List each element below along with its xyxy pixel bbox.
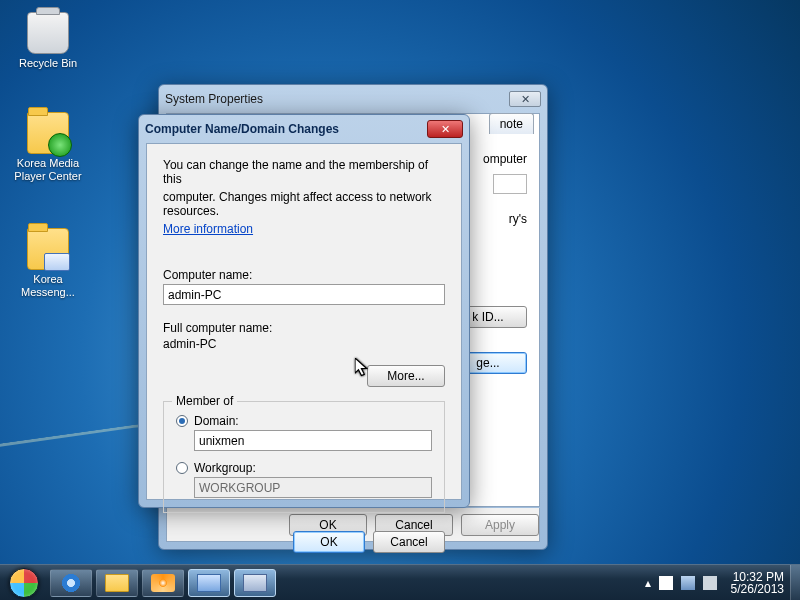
network-icon[interactable] [681,576,695,590]
windows-orb-icon [9,568,39,598]
description-text: computer. Changes might affect access to… [163,190,445,218]
desktop-icon-kmsg[interactable]: Korea Messeng... [12,228,84,299]
dialog-computer-name-domain-changes: Computer Name/Domain Changes ✕ You can c… [138,114,470,508]
computer-name-input[interactable] [163,284,445,305]
ok-button[interactable]: OK [293,531,365,553]
more-information-link[interactable]: More information [163,222,253,236]
domain-radio[interactable] [176,415,188,427]
tab-remote[interactable]: note [489,113,534,134]
folder-icon [27,228,69,270]
titlebar[interactable]: Computer Name/Domain Changes ✕ [139,115,469,143]
group-legend: Member of [172,394,237,408]
workgroup-radio-label: Workgroup: [194,461,256,475]
workgroup-radio[interactable] [176,462,188,474]
desktop-icon-label: Recycle Bin [12,57,84,70]
taskbar-clock[interactable]: 10:32 PM 5/26/2013 [725,571,784,595]
window-title: System Properties [165,92,509,106]
text-field[interactable] [493,174,527,194]
dialog-icon [243,574,267,592]
desktop-icon-recycle-bin[interactable]: Recycle Bin [12,12,84,70]
text-fragment: ry's [509,212,527,226]
close-button[interactable]: ✕ [427,120,463,138]
ie-icon [59,574,83,592]
desktop-icon-label: Korea Media Player Center [12,157,84,183]
folder-icon [27,112,69,154]
system-tray: ▴ 10:32 PM 5/26/2013 [639,571,790,595]
domain-input[interactable] [194,430,432,451]
taskbar: ▴ 10:32 PM 5/26/2013 [0,564,800,600]
computer-name-label: Computer name: [163,268,445,282]
member-of-group: Member of Domain: Workgroup: [163,401,445,513]
full-computer-name-label: Full computer name: [163,321,445,335]
control-panel-icon [197,574,221,592]
volume-icon[interactable] [703,576,717,590]
clock-time: 10:32 PM [731,571,784,583]
client-area: You can change the name and the membersh… [146,143,462,500]
desktop-icon-label: Korea Messeng... [12,273,84,299]
wmp-icon [151,574,175,592]
taskbar-system-properties[interactable] [188,569,230,597]
text-fragment: omputer [483,152,527,166]
taskbar-computer-name-dialog[interactable] [234,569,276,597]
taskbar-explorer[interactable] [96,569,138,597]
titlebar[interactable]: System Properties ✕ [159,85,547,113]
recycle-bin-icon [27,12,69,54]
clock-date: 5/26/2013 [731,583,784,595]
desktop-icon-kmpc[interactable]: Korea Media Player Center [12,112,84,183]
more-button[interactable]: More... [367,365,445,387]
dialog-title: Computer Name/Domain Changes [145,122,427,136]
apply-button[interactable]: Apply [461,514,539,536]
show-hidden-icons-button[interactable]: ▴ [645,576,651,590]
show-desktop-button[interactable] [790,565,800,601]
action-center-icon[interactable] [659,576,673,590]
cancel-button[interactable]: Cancel [373,531,445,553]
taskbar-ie[interactable] [50,569,92,597]
explorer-icon [105,574,129,592]
taskbar-wmp[interactable] [142,569,184,597]
close-button[interactable]: ✕ [509,91,541,107]
start-button[interactable] [0,565,48,601]
domain-radio-label: Domain: [194,414,239,428]
workgroup-input [194,477,432,498]
full-computer-name-value: admin-PC [163,337,445,351]
description-text: You can change the name and the membersh… [163,158,445,186]
